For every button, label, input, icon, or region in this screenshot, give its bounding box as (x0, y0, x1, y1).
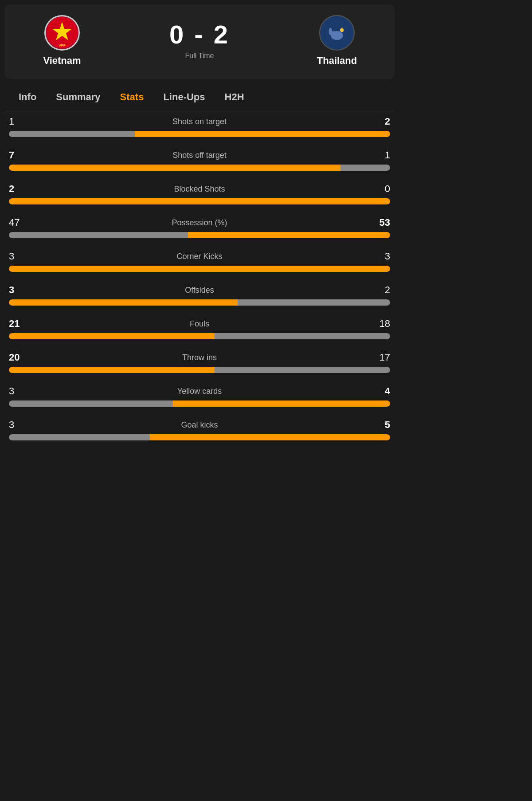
svg-text:VFF: VFF (59, 43, 65, 47)
match-score: 0 - 2 (169, 22, 230, 47)
stat-row: 47Possession (%)53 (9, 217, 390, 238)
stat-name: Corner Kicks (31, 252, 368, 261)
tab-summary[interactable]: Summary (46, 83, 110, 111)
stat-row: 3Corner Kicks3 (9, 251, 390, 272)
stat-right-value: 1 (368, 149, 390, 161)
stat-name: Throw ins (31, 353, 368, 362)
stat-row: 7Shots off target1 (9, 149, 390, 171)
stat-bar-left (9, 198, 390, 204)
stat-bar-left (9, 400, 173, 407)
match-status: Full Time (185, 52, 214, 60)
stat-bar (9, 333, 390, 339)
stat-right-value: 5 (368, 419, 390, 431)
stat-left-value: 3 (9, 251, 31, 262)
svg-point-6 (329, 28, 332, 34)
vietnam-logo: VFF (44, 15, 80, 51)
tab-h-h[interactable]: H2H (215, 83, 254, 111)
away-team-block: Thailand (288, 15, 386, 67)
stat-left-value: 2 (9, 183, 31, 195)
stat-name: Fouls (31, 319, 368, 329)
stat-bar (9, 232, 390, 238)
tab-line-ups[interactable]: Line-Ups (153, 83, 215, 111)
stat-bar (9, 434, 390, 440)
stat-row: 3Goal kicks5 (9, 419, 390, 440)
stat-bar-left (9, 131, 135, 137)
stat-row: 3Yellow cards4 (9, 385, 390, 407)
stat-row: 20Throw ins17 (9, 352, 390, 373)
stat-right-value: 0 (368, 183, 390, 195)
stat-bar-left (9, 299, 238, 306)
stat-name: Blocked Shots (31, 185, 368, 194)
stat-bar (9, 367, 390, 373)
stat-bar-right (135, 131, 390, 137)
home-team-name: Vietnam (43, 55, 81, 67)
tab-info[interactable]: Info (9, 83, 46, 111)
stat-bar-right (150, 434, 390, 440)
stat-bar-left (9, 165, 340, 171)
stat-name: Possession (%) (31, 218, 368, 228)
stat-bar-left (9, 434, 150, 440)
stat-left-value: 47 (9, 217, 31, 228)
away-team-name: Thailand (317, 55, 357, 67)
stat-bar-right (215, 367, 390, 373)
stat-bar (9, 131, 390, 137)
stat-bar-left (9, 367, 215, 373)
stat-row: 2Blocked Shots0 (9, 183, 390, 204)
stat-right-value: 2 (368, 116, 390, 127)
stat-row: 21Fouls18 (9, 318, 390, 339)
stat-name: Yellow cards (31, 387, 368, 396)
stat-left-value: 20 (9, 352, 31, 363)
stat-bar (9, 400, 390, 407)
stat-bar-right (200, 266, 390, 272)
stat-bar (9, 165, 390, 171)
tabs-bar: InfoSummaryStatsLine-UpsH2H (4, 83, 395, 111)
stat-bar (9, 198, 390, 204)
stat-left-value: 21 (9, 318, 31, 330)
stat-right-value: 18 (368, 318, 390, 330)
stat-bar-right (188, 232, 390, 238)
stat-left-value: 1 (9, 116, 31, 127)
stat-right-value: 3 (368, 251, 390, 262)
stat-name: Goal kicks (31, 420, 368, 430)
stat-bar (9, 299, 390, 306)
tab-stats[interactable]: Stats (110, 83, 154, 111)
stat-bar (9, 266, 390, 272)
stat-left-value: 3 (9, 419, 31, 431)
stat-bar-left (9, 266, 200, 272)
stat-bar-right (215, 333, 390, 339)
stat-left-value: 3 (9, 284, 31, 296)
stat-bar-right (238, 299, 390, 306)
stat-right-value: 53 (368, 217, 390, 228)
stat-right-value: 2 (368, 284, 390, 296)
stat-name: Shots on target (31, 117, 368, 126)
stat-left-value: 3 (9, 385, 31, 397)
thailand-logo (319, 15, 355, 51)
score-block: 0 - 2 Full Time (111, 22, 288, 60)
stat-name: Shots off target (31, 151, 368, 160)
stat-bar-right (173, 400, 390, 407)
stat-name: Offsides (31, 286, 368, 295)
stat-bar-left (9, 333, 215, 339)
stat-row: 1Shots on target2 (9, 116, 390, 137)
stat-row: 3Offsides2 (9, 284, 390, 306)
stats-container: 1Shots on target27Shots off target12Bloc… (0, 111, 399, 457)
home-team-block: VFF Vietnam (13, 15, 111, 67)
match-header: VFF Vietnam 0 - 2 Full Time Thailand (4, 4, 395, 79)
stat-right-value: 4 (368, 385, 390, 397)
stat-left-value: 7 (9, 149, 31, 161)
stat-bar-right (340, 165, 390, 171)
stat-bar-left (9, 232, 188, 238)
stat-right-value: 17 (368, 352, 390, 363)
